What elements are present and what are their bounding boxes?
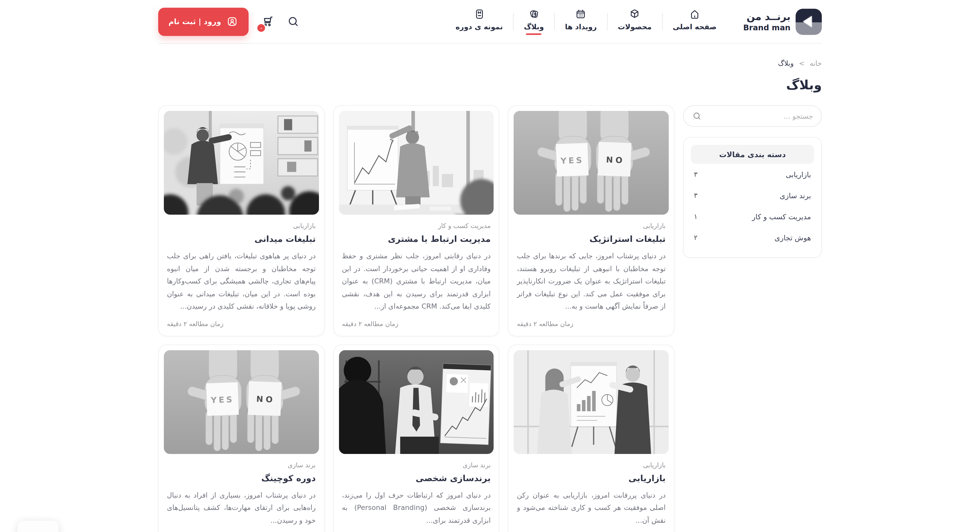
nav-item-course-sample[interactable]: نمونه ی دوره [450,8,508,35]
breadcrumb-home-link[interactable]: خانه [810,59,822,67]
login-signup-button[interactable]: ورود | ثبت نام [158,8,249,36]
post-category[interactable]: برند سازی [167,461,316,468]
header-actions: ۰ ورود | ثبت نام [158,8,300,36]
cart-count-badge: ۰ [256,23,266,33]
play-triangle-icon [803,16,812,27]
post-excerpt: در دنیای پرشتاب امروز، جایی که برندها بر… [517,249,666,313]
post-title[interactable]: تبلیغات استراتژیک [517,234,666,244]
category-count: ۳ [694,192,697,199]
nav-label: صفحه اصلی [673,22,716,31]
nav-item-home[interactable]: صفحه اصلی [667,8,722,35]
post-excerpt: در دنیای امروز که ارتباطات حرف اول را می… [342,489,490,526]
post-title[interactable]: بازاریابی [517,473,666,483]
products-icon [629,8,641,20]
brand-name-fa: برنــد من [743,11,791,23]
nav-item-blog[interactable]: وبلاگ [519,8,549,35]
post-excerpt: در دنیای رقابتی امروز، جلب نظر مشتری و ح… [342,249,490,313]
nav-active-underline [687,33,702,35]
nav-item-products[interactable]: محصولات [613,8,657,35]
main-nav: صفحه اصلی محصولات [450,8,722,35]
post-card-coaching-course[interactable]: برند سازی دوره کوچینگ در دنیای پرشتاب ام… [158,344,325,532]
post-category[interactable]: برند سازی [342,461,490,468]
events-calendar-icon [575,8,587,20]
post-image-yes-no-hands [514,111,669,214]
login-signup-label: ورود | ثبت نام [169,17,221,26]
post-card-marketing[interactable]: بازاریابی بازاریابی در دنیای پررقابت امر… [508,344,675,532]
post-image-businessmen-flipchart [339,350,493,454]
nav-active-underline [526,33,542,35]
post-image-team-flipchart [514,350,669,454]
blog-search-input[interactable] [706,112,813,120]
nav-label: رویداد ها [565,22,597,31]
post-excerpt: در دنیای پر هیاهوی تبلیغات، یافتن راهی ب… [167,249,316,313]
nav-item-events[interactable]: رویداد ها [560,8,602,35]
post-category[interactable]: مدیریت کسب و کار [342,222,490,230]
category-item-marketing[interactable]: بازاریابی ۳ [691,164,814,185]
posts-grid: بازاریابی تبلیغات استراتژیک در دنیای پرش… [158,105,675,532]
page: برنــد من Brand man صفحه اصلی [0,0,980,532]
post-excerpt: در دنیای پرشتاب امروز، بسیاری از افراد ب… [167,489,316,526]
blog-search-box [683,105,822,127]
user-icon [226,16,239,28]
breadcrumb-chevron-icon: > [799,59,805,67]
post-image-presenter-line-chart [339,111,493,214]
nav-label: وبلاگ [524,22,544,31]
nav-divider [554,13,555,30]
nav-divider [513,13,514,30]
post-card-personal-branding[interactable]: برند سازی برندسازی شخصی در دنیای امروز ک… [333,344,499,532]
post-title[interactable]: برندسازی شخصی [342,473,490,483]
blog-notes-icon [528,8,540,20]
category-item-business-management[interactable]: مدیریت کسب و کار ۱ [691,206,814,227]
breadcrumb-current: وبلاگ [778,59,794,67]
category-count: ۳ [694,170,697,178]
brand-logo-icon [795,8,822,35]
category-count: ۱ [694,213,697,220]
sidebar: دسته بندی مقالات بازاریابی ۳ برند سازی ۳… [683,105,822,258]
brand-name-en: Brand man [743,23,791,33]
category-count: ۲ [694,233,697,241]
category-item-business-intelligence[interactable]: هوش تجاری ۲ [691,227,814,248]
post-image-yes-no-hands [164,350,319,454]
header-search-button[interactable] [287,15,300,28]
brand-logo[interactable]: برنــد من Brand man [743,8,822,35]
post-category[interactable]: بازاریابی [167,222,316,230]
category-item-branding[interactable]: برند سازی ۳ [691,185,814,206]
categories-panel: دسته بندی مقالات بازاریابی ۳ برند سازی ۳… [683,137,822,258]
categories-title: دسته بندی مقالات [691,145,814,164]
post-read-time: زمان مطالعه ۲ دقیقه [517,320,666,327]
nav-label: محصولات [618,22,652,31]
page-title: وبلاگ [158,78,822,92]
post-read-time: زمان مطالعه ۲ دقیقه [342,320,490,327]
nav-divider [662,13,662,30]
post-excerpt: در دنیای پررقابت امروز، بازاریابی به عنو… [517,489,666,526]
post-image-presentation-audience [164,111,319,214]
search-icon[interactable] [692,111,702,121]
course-sample-icon [473,8,485,20]
nav-divider [607,13,608,30]
post-card-field-advertising[interactable]: بازاریابی تبلیغات میدانی در دنیای پر هیا… [158,105,325,336]
post-read-time: زمان مطالعه ۲ دقیقه [167,320,316,327]
nav-label: نمونه ی دوره [456,22,503,31]
post-title[interactable]: مدیریت ارتباط با مشتری [342,234,490,244]
post-title[interactable]: تبلیغات میدانی [167,234,316,244]
post-category[interactable]: بازاریابی [517,461,666,468]
post-category[interactable]: بازاریابی [517,222,666,230]
post-card-strategic-advertising[interactable]: بازاریابی تبلیغات استراتژیک در دنیای پرش… [508,105,675,336]
cart-button[interactable]: ۰ [261,15,275,28]
post-title[interactable]: دوره کوچینگ [167,473,316,483]
search-icon [287,15,300,28]
floating-widget[interactable] [18,521,59,532]
home-icon [689,8,701,20]
post-card-crm[interactable]: مدیریت کسب و کار مدیریت ارتباط با مشتری … [333,105,499,336]
breadcrumb: خانه > وبلاگ [158,59,822,67]
header: برنــد من Brand man صفحه اصلی [0,0,980,44]
